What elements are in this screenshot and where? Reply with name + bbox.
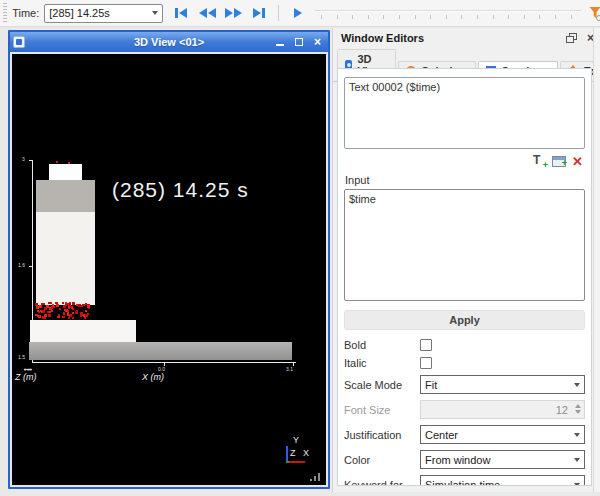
keyword-for-label: Keyword for bbox=[344, 479, 416, 487]
triad-x-label: X bbox=[303, 448, 309, 458]
3d-viewport[interactable]: 3 1.6 1.5 0.0 3.1 0.00 Z (m) X (m) (285)… bbox=[12, 54, 326, 485]
scale-mode-label: Scale Mode bbox=[344, 379, 416, 391]
bold-checkbox[interactable] bbox=[420, 339, 432, 351]
chevron-down-icon bbox=[574, 383, 580, 387]
spinner-arrows-icon[interactable] bbox=[575, 404, 581, 414]
plus-icon: + bbox=[543, 161, 548, 170]
left-triangle-icon bbox=[179, 8, 187, 18]
skip-end-icon bbox=[262, 8, 265, 18]
input-label: Input bbox=[345, 174, 585, 186]
toolbar-drag-handle[interactable] bbox=[3, 3, 7, 23]
overlay-list[interactable]: Text 00002 ($time) bbox=[344, 77, 585, 149]
apply-label: Apply bbox=[449, 314, 480, 326]
time-step-select[interactable]: [285] 14.25s bbox=[44, 4, 163, 23]
step-forward-button[interactable] bbox=[223, 3, 243, 23]
add-text-button[interactable]: T+ bbox=[533, 155, 546, 168]
maximize-icon bbox=[295, 38, 303, 46]
z-tick-label: 3 bbox=[22, 157, 25, 162]
time-annotation-text: (285) 14.25 s bbox=[112, 178, 249, 202]
justification-label: Justification bbox=[344, 429, 416, 441]
float-panel-button[interactable] bbox=[566, 33, 577, 43]
time-filter-icon[interactable] bbox=[589, 7, 600, 20]
chevron-down-icon bbox=[152, 11, 158, 15]
3d-view-titlebar[interactable]: 3D View <01> × bbox=[10, 32, 328, 52]
particle-speck bbox=[56, 161, 58, 163]
panel-scroll-gutter[interactable] bbox=[593, 28, 600, 492]
scale-mode-value: Fit bbox=[425, 379, 568, 391]
geometry-top-block bbox=[49, 164, 82, 181]
panel-header[interactable]: Window Editors × bbox=[333, 28, 600, 46]
font-size-label: Font Size bbox=[344, 404, 416, 416]
keyword-for-value: Simulation time bbox=[425, 479, 568, 487]
color-label: Color bbox=[344, 454, 416, 466]
particle-speck bbox=[68, 162, 70, 164]
time-toolbar: Time: [285] 14.25s bbox=[0, 0, 600, 27]
justification-value: Center bbox=[425, 429, 568, 441]
scale-mode-select[interactable]: Fit bbox=[420, 375, 585, 394]
rewind-icon2 bbox=[208, 8, 216, 18]
font-size-spinner[interactable]: 12 bbox=[420, 400, 585, 419]
play-icon bbox=[294, 8, 302, 18]
skip-start-icon bbox=[175, 8, 178, 18]
right-triangle-icon bbox=[253, 8, 261, 18]
particle-zone bbox=[34, 302, 92, 320]
triad-y-label: Y bbox=[293, 435, 299, 445]
close-icon: × bbox=[314, 36, 321, 48]
color-select[interactable]: From window bbox=[420, 450, 585, 469]
resize-grip[interactable] bbox=[310, 473, 320, 481]
z-tick-label: 1.5 bbox=[18, 355, 25, 360]
overlay-form: Bold Italic Scale Mode Fit Font Size 12 … bbox=[344, 339, 585, 486]
triad-x-axis bbox=[289, 461, 305, 463]
delete-overlay-button[interactable]: ✕ bbox=[572, 155, 583, 168]
triad-z-label: Z bbox=[290, 448, 296, 458]
z-axis-title: Z (m) bbox=[15, 372, 37, 382]
overlay-input-textarea[interactable]: $time bbox=[344, 189, 585, 301]
toolbar-separator bbox=[278, 5, 279, 21]
color-value: From window bbox=[425, 454, 568, 466]
fast-forward-icon bbox=[225, 8, 233, 18]
panel-title: Window Editors bbox=[341, 32, 566, 44]
application-window: Time: [285] 14.25s bbox=[0, 0, 600, 496]
time-label: Time: bbox=[12, 7, 39, 19]
clock-icon bbox=[596, 15, 600, 21]
minimize-button[interactable] bbox=[272, 35, 287, 49]
time-step-value: [285] 14.25s bbox=[49, 7, 152, 19]
chevron-down-icon bbox=[574, 483, 580, 486]
x-axis-tick-end bbox=[293, 362, 294, 366]
apply-button[interactable]: Apply bbox=[344, 310, 585, 330]
time-slider[interactable] bbox=[315, 1, 581, 25]
slider-track[interactable] bbox=[315, 10, 581, 12]
z-axis-tick-top bbox=[29, 160, 33, 161]
italic-checkbox[interactable] bbox=[420, 357, 432, 369]
skip-to-end-button[interactable] bbox=[249, 3, 269, 23]
maximize-button[interactable] bbox=[291, 35, 306, 49]
geometry-column bbox=[36, 212, 95, 305]
bold-label: Bold bbox=[344, 339, 416, 351]
overlay-actions: T+ + ✕ bbox=[344, 152, 583, 170]
slider-tick-marks bbox=[321, 15, 579, 19]
step-back-button[interactable] bbox=[197, 3, 217, 23]
play-button[interactable] bbox=[288, 3, 308, 23]
plus-icon: + bbox=[562, 159, 567, 168]
minimize-icon bbox=[276, 44, 284, 46]
3d-view-window: 3D View <01> × 3 1.6 1.5 0.0 3.1 0.00 Z … bbox=[8, 30, 330, 489]
overlays-tab-content: Text 00002 ($time) T+ + ✕ Input $time Ap… bbox=[337, 68, 592, 486]
window-icon bbox=[13, 36, 25, 48]
fast-forward-icon2 bbox=[234, 8, 242, 18]
chevron-down-icon bbox=[574, 433, 580, 437]
window-title: 3D View <01> bbox=[134, 36, 204, 48]
close-button[interactable]: × bbox=[310, 35, 325, 49]
geometry-base-block bbox=[30, 320, 136, 342]
x-tick-label: 3.1 bbox=[286, 367, 293, 372]
overlay-list-item[interactable]: Text 00002 ($time) bbox=[349, 81, 580, 93]
font-size-value: 12 bbox=[556, 404, 568, 416]
justification-select[interactable]: Center bbox=[420, 425, 585, 444]
italic-label: Italic bbox=[344, 357, 416, 369]
geometry-floor-bar bbox=[29, 342, 292, 360]
skip-to-start-button[interactable] bbox=[171, 3, 191, 23]
z-tick-label: 1.6 bbox=[18, 263, 25, 268]
keyword-for-select[interactable]: Simulation time bbox=[420, 475, 585, 486]
geometry-gray-band bbox=[36, 180, 95, 212]
window-editors-panel: Window Editors × 3D View Coloring Overla… bbox=[332, 28, 600, 492]
add-logo-button[interactable]: + bbox=[552, 156, 566, 167]
